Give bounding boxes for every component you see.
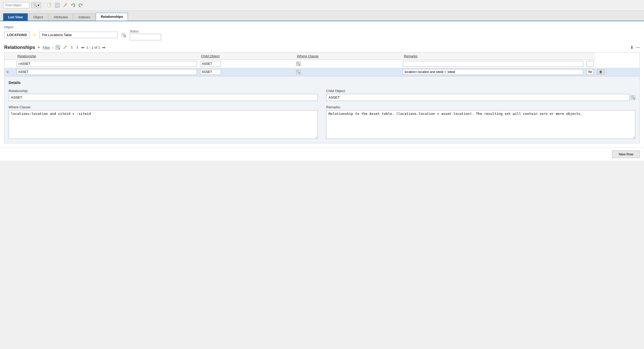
find-object-input[interactable]	[3, 2, 29, 8]
details-section: Details Relationship: Child Object: 🔍 Wh…	[4, 76, 640, 143]
search-icon: 🔍	[33, 3, 37, 7]
document-link-icon[interactable]: ↗	[121, 32, 127, 38]
table-row: ▼ 🔍 🗑	[4, 68, 640, 76]
breadcrumb-arrow: ›	[52, 46, 53, 49]
new-document-icon[interactable]: ✦	[47, 2, 52, 8]
tab-indexes-label: Indexes	[78, 15, 91, 19]
where-clause-field-group: Where Clause: location=:location and sit…	[9, 105, 318, 139]
details-title: Details	[9, 81, 635, 85]
child-object-input-row: 🔍	[326, 94, 635, 101]
child-object-search-icon[interactable]: 🔍	[631, 95, 635, 100]
child-object-field-group: Child Object: 🔍	[326, 89, 635, 101]
svg-rect-4	[56, 3, 58, 5]
row1-where-clause-cell[interactable]	[401, 60, 585, 68]
relationships-header: Relationships ▼ Filter › 🔍 ⬆ ⬇ ⬅ 1 - 1 o…	[4, 44, 640, 50]
child-object-field-input[interactable]	[326, 94, 630, 101]
svg-line-17	[64, 46, 66, 49]
row2-relationship-input[interactable]	[16, 69, 197, 75]
row1-relationship-input[interactable]	[16, 61, 197, 67]
relationship-field-input[interactable]	[9, 94, 318, 101]
status-group: Status:	[130, 30, 161, 40]
col-where-clause: Where Clause	[295, 53, 401, 60]
tab-list-view[interactable]: List View	[3, 13, 28, 21]
required-star-icon: ✦	[33, 33, 36, 37]
status-label: Status:	[130, 30, 161, 33]
relationship-field-group: Relationship:	[9, 89, 318, 101]
tab-relationships[interactable]: Relationships	[96, 13, 128, 21]
object-name-badge: LOCATIONS	[4, 32, 30, 38]
dropdown-arrow-icon: ▾	[38, 3, 39, 7]
remarks-field-textarea[interactable]: Relationship to the Asset table. (locati…	[326, 110, 635, 139]
object-title-input[interactable]	[39, 32, 118, 38]
row2-remarks-cell[interactable]	[585, 68, 595, 76]
details-grid: Relationship: Child Object: 🔍 Where Clau…	[9, 89, 635, 139]
remarks-field-label: Remarks:	[326, 105, 635, 109]
tab-object[interactable]: Object	[28, 13, 48, 21]
object-row: LOCATIONS ✦ ↗ Status:	[4, 30, 640, 40]
object-label: Object:	[4, 25, 640, 29]
row1-remarks-input[interactable]	[586, 61, 594, 67]
new-row-button[interactable]: New Row	[612, 150, 640, 158]
separator	[44, 2, 44, 8]
first-page-icon[interactable]: ⬅	[81, 45, 84, 50]
tab-attributes-label: Attributes	[54, 15, 68, 19]
row2-delete-cell[interactable]: 🗑	[595, 68, 640, 76]
relationships-table: Relationship Child Object Where Clause R…	[4, 52, 640, 76]
toolbar: 🔍 ▾ ✦	[0, 0, 644, 11]
row1-where-clause-input[interactable]	[403, 61, 583, 67]
relationship-field-label: Relationship:	[9, 89, 318, 93]
row1-child-object-cell[interactable]	[199, 60, 295, 68]
row2-search-icon[interactable]: 🔍	[296, 70, 301, 74]
row1-relationship-cell[interactable]	[15, 60, 199, 68]
delete-row-button[interactable]: 🗑	[597, 69, 605, 75]
col-relationship: Relationship	[15, 53, 199, 60]
tab-relationships-label: Relationships	[101, 15, 123, 19]
row2-remarks-input[interactable]	[586, 69, 594, 75]
col-child-object: Child Object	[199, 53, 295, 60]
row2-child-object-cell[interactable]	[199, 68, 295, 76]
download-icon[interactable]: ⬇	[630, 45, 634, 50]
col-remarks: Remarks	[401, 53, 585, 60]
row2-search-cell[interactable]: 🔍	[295, 68, 401, 76]
page-footer: New Row	[0, 148, 644, 161]
row2-relationship-cell[interactable]	[15, 68, 199, 76]
child-object-field-label: Child Object:	[326, 89, 635, 93]
undo-icon[interactable]	[70, 2, 76, 8]
search-dropdown-button[interactable]: 🔍 ▾	[31, 2, 41, 8]
table-row: 🔍	[4, 60, 640, 68]
filter-link[interactable]: Filter	[43, 46, 50, 49]
prev-page-icon[interactable]: ⬆	[70, 45, 74, 50]
row1-expand-cell	[4, 60, 15, 68]
save-icon[interactable]	[54, 2, 60, 8]
last-page-icon[interactable]: ➡	[102, 45, 105, 50]
status-input[interactable]	[130, 34, 161, 40]
tab-list-view-label: List View	[8, 15, 23, 19]
tab-attributes[interactable]: Attributes	[49, 13, 73, 21]
next-page-icon[interactable]: ⬇	[76, 45, 79, 50]
svg-text:↗: ↗	[124, 35, 126, 37]
row2-where-clause-cell[interactable]	[401, 68, 585, 76]
filter-icon: ▼	[37, 46, 41, 49]
row1-remarks-cell[interactable]	[585, 60, 595, 68]
where-clause-field-label: Where Clause:	[9, 105, 318, 109]
where-clause-field-textarea[interactable]: location=:location and siteid = :siteid	[9, 110, 318, 139]
minimize-icon[interactable]: —	[636, 45, 640, 50]
row2-expand-cell[interactable]: ▼	[4, 68, 15, 76]
section-search-icon[interactable]: 🔍	[55, 45, 60, 50]
tab-indexes[interactable]: Indexes	[74, 13, 95, 21]
section-edit-icon[interactable]	[62, 44, 68, 50]
expand-row-icon[interactable]: ▼	[6, 70, 9, 74]
tabs-bar: List View Object Attributes Indexes Rela…	[0, 11, 644, 21]
svg-rect-5	[56, 5, 59, 7]
redo-icon[interactable]	[78, 2, 84, 8]
row2-child-object-input[interactable]	[200, 69, 221, 75]
row2-where-clause-input[interactable]	[403, 69, 583, 75]
row1-search-icon[interactable]: 🔍	[296, 61, 301, 66]
edit-icon[interactable]	[62, 2, 68, 8]
main-content: Object: LOCATIONS ✦ ↗ Status: Relationsh…	[0, 21, 644, 148]
row1-search-cell[interactable]: 🔍	[295, 60, 401, 68]
relationships-title: Relationships	[4, 45, 35, 50]
tab-object-label: Object	[33, 15, 43, 19]
pagination-text: 1 - 1 of 1	[87, 46, 100, 49]
row1-child-object-input[interactable]	[200, 61, 221, 67]
